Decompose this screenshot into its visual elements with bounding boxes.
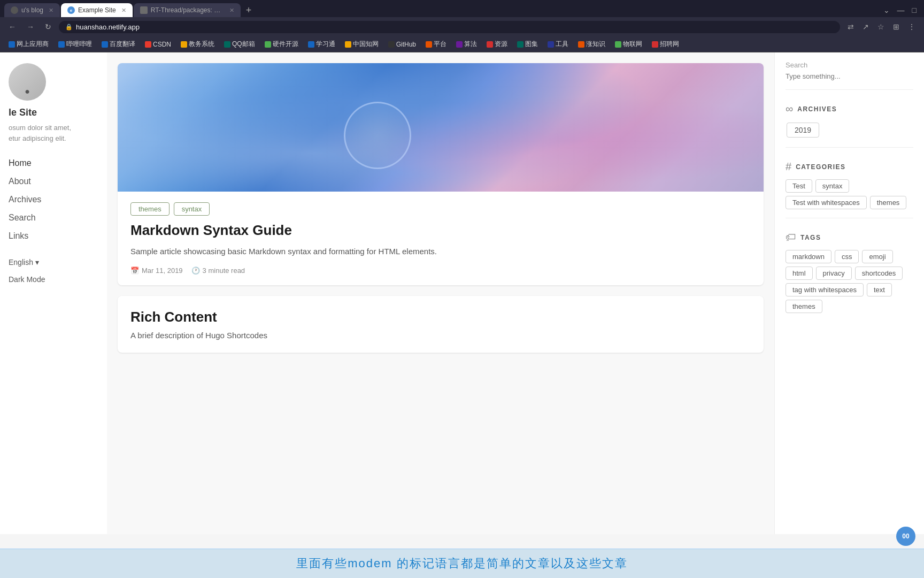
bookmark-button[interactable]: ☆ [874, 20, 888, 33]
bookmark-label-suanfa: 算法 [464, 40, 477, 49]
cat-test[interactable]: Test [786, 179, 812, 193]
language-label: English [9, 258, 33, 267]
tab-close-blog[interactable]: ✕ [49, 7, 53, 14]
bookmark-apps[interactable]: 网上应用商 [4, 39, 53, 50]
refresh-button[interactable]: ↻ [42, 20, 55, 33]
article-hero-image-1[interactable] [118, 63, 764, 192]
nav-about[interactable]: About [9, 172, 98, 191]
main-content: themes syntax Markdown Syntax Guide Samp… [107, 52, 774, 534]
bookmark-jiaowu[interactable]: 教务系统 [176, 39, 219, 50]
bookmark-bilibili[interactable]: 哔哩哔哩 [54, 39, 96, 50]
bookmark-label-csdn: CSDN [153, 41, 171, 48]
archives-list: 2019 [786, 121, 913, 139]
tab-example[interactable]: e Example Site ✕ [61, 3, 133, 17]
bookmark-suanfa[interactable]: 算法 [452, 39, 481, 50]
archive-2019[interactable]: 2019 [787, 123, 819, 138]
bookmark-ziyuan[interactable]: 资源 [482, 39, 512, 50]
bookmark-platform[interactable]: 平台 [421, 39, 451, 50]
tab-rt[interactable]: RT-Thread/packages: packa… ✕ [134, 3, 241, 17]
tab-favicon-rt [140, 6, 148, 14]
bookmark-github[interactable]: GitHub [384, 40, 420, 49]
forward-button[interactable]: → [24, 20, 37, 33]
tab-label-blog: u's blog [21, 6, 43, 14]
bookmark-xuexi[interactable]: 学习通 [304, 39, 340, 50]
bookmark-icon-ziyuan [487, 41, 493, 48]
page-wrapper: le Site osum dolor sit amet, etur adipis… [0, 52, 924, 534]
tag-shortcodes[interactable]: shortcodes [855, 267, 903, 280]
tab-favicon-example: e [67, 6, 75, 14]
search-input[interactable] [786, 72, 913, 80]
bookmark-zhangzhishi[interactable]: 涨知识 [574, 39, 610, 50]
bookmark-zhaopin[interactable]: 招聘网 [648, 39, 683, 50]
tag-html[interactable]: html [786, 267, 813, 280]
bookmark-hardware[interactable]: 硬件开源 [260, 39, 303, 50]
tab-menu-button[interactable]: ⌄ [880, 4, 893, 17]
tab-close-rt[interactable]: ✕ [229, 7, 234, 14]
tag-markdown[interactable]: markdown [786, 250, 831, 263]
tab-close-example[interactable]: ✕ [121, 7, 126, 14]
bookmark-tuji[interactable]: 图集 [513, 39, 542, 50]
bookmark-icon-zhaopin [652, 41, 658, 48]
back-button[interactable]: ← [5, 20, 19, 33]
bookmark-zhiwang[interactable]: 中国知网 [341, 39, 383, 50]
minimize-button[interactable]: — [894, 4, 908, 17]
bookmark-icon-csdn [145, 41, 151, 48]
tag-tag-whitespaces[interactable]: tag with whitespaces [786, 283, 864, 296]
tag-css[interactable]: css [835, 250, 859, 263]
tags-icon: 🏷 [786, 231, 796, 244]
tab-blog[interactable]: u's blog ✕ [4, 3, 60, 17]
bookmark-wulianwang[interactable]: 物联网 [611, 39, 646, 50]
site-desc-line1: osum dolor sit amet, [9, 124, 71, 132]
cat-test-whitespaces[interactable]: Test with whitespaces [786, 196, 867, 209]
site-description: osum dolor sit amet, etur adipiscing eli… [9, 123, 98, 143]
bookmark-qq[interactable]: QQ邮箱 [220, 39, 259, 50]
address-bar[interactable]: 🔒 huanshao.netlify.app [59, 21, 840, 33]
tag-privacy[interactable]: privacy [816, 267, 852, 280]
share-button[interactable]: ↗ [859, 20, 872, 33]
dark-mode-toggle[interactable]: Dark Mode [9, 271, 98, 288]
article-title-2[interactable]: Rich Content [130, 309, 751, 325]
extensions-button[interactable]: ⊞ [890, 20, 903, 33]
cat-syntax[interactable]: syntax [815, 179, 850, 193]
tag-emoji[interactable]: emoji [862, 250, 892, 263]
bookmark-icon-jiaowu [181, 41, 187, 48]
nav-archives[interactable]: Archives [9, 191, 98, 209]
nav-search[interactable]: Search [9, 209, 98, 227]
bookmarks-bar: 网上应用商 哔哩哔哩 百度翻译 CSDN 教务系统 QQ邮箱 硬件开源 学习通 [0, 36, 924, 52]
article-title-1[interactable]: Markdown Syntax Guide [130, 222, 751, 239]
bookmark-icon-github [388, 41, 395, 48]
article-body-1: themes syntax Markdown Syntax Guide Samp… [118, 192, 764, 285]
bookmark-icon-suanfa [456, 41, 463, 48]
article-readtime-1: 🕐 3 minute read [191, 267, 245, 275]
bookmark-label-apps: 网上应用商 [17, 40, 49, 49]
sidebar-categories-section: # CATEGORIES Test syntax Test with white… [786, 161, 913, 218]
site-avatar [9, 63, 46, 101]
article-excerpt-2: A brief description of Hugo Shortcodes [130, 331, 751, 340]
menu-button[interactable]: ⋮ [905, 20, 919, 33]
maximize-button[interactable]: □ [909, 4, 920, 17]
translate-button[interactable]: ⇄ [844, 20, 857, 33]
tag-syntax-1[interactable]: syntax [174, 202, 210, 216]
bookmark-icon-qq [224, 41, 230, 48]
bookmark-csdn[interactable]: CSDN [141, 40, 175, 49]
new-tab-button[interactable]: + [242, 5, 256, 16]
left-sidebar: le Site osum dolor sit amet, etur adipis… [0, 52, 107, 534]
cat-themes[interactable]: themes [870, 196, 907, 209]
tag-text[interactable]: text [867, 283, 892, 296]
bookmark-label-zhaopin: 招聘网 [660, 40, 679, 49]
nav-home[interactable]: Home [9, 154, 98, 172]
nav-links[interactable]: Links [9, 227, 98, 245]
bookmark-label-tuji: 图集 [525, 40, 538, 49]
language-toggle[interactable]: English ▾ [9, 254, 98, 271]
site-desc-line2: etur adipiscing elit. [9, 134, 66, 142]
bookmark-icon-gongju [548, 41, 554, 48]
tag-themes[interactable]: themes [786, 300, 822, 313]
bookmark-baidu[interactable]: 百度翻译 [97, 39, 140, 50]
tab-bar: u's blog ✕ e Example Site ✕ RT-Thread/pa… [0, 0, 924, 17]
tab-favicon-blog [11, 6, 18, 14]
bookmark-gongju[interactable]: 工具 [543, 39, 573, 50]
bookmark-label-baidu: 百度翻译 [110, 40, 135, 49]
categories-icon: # [786, 161, 791, 173]
navigation-bar: ← → ↻ 🔒 huanshao.netlify.app ⇄ ↗ ☆ ⊞ ⋮ [0, 17, 924, 36]
tag-themes-1[interactable]: themes [130, 202, 170, 216]
